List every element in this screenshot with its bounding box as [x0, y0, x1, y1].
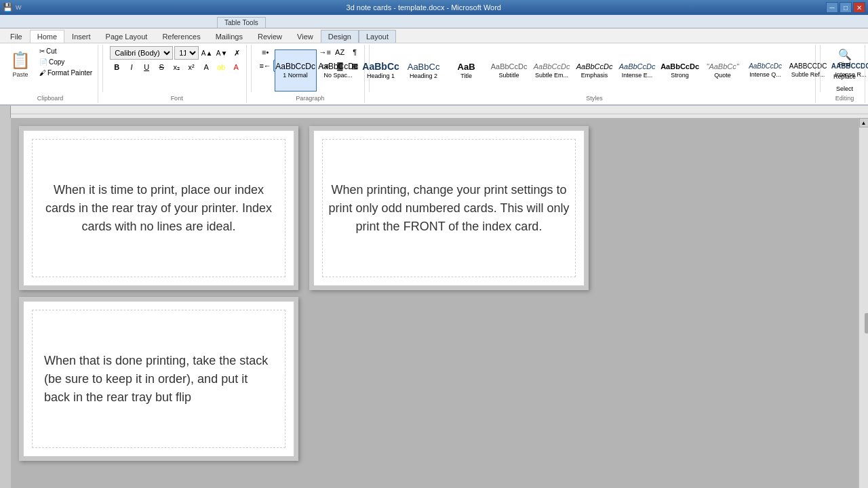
card-page-3: When that is done printing, take the sta… [19, 297, 298, 461]
title-bar: 💾 W 3d note cards - template.docx - Micr… [0, 0, 868, 15]
grow-font-button[interactable]: A▲ [200, 47, 214, 59]
find-button[interactable]: 🔍 Find [835, 46, 854, 70]
window-title: 3d note cards - template.docx - Microsof… [22, 3, 827, 12]
superscript-button[interactable]: x² [184, 61, 198, 73]
paste-button[interactable]: 📋 Paste [5, 46, 35, 83]
svg-rect-0 [11, 106, 868, 118]
ribbon: 📋 Paste ✂Cut 📄Copy 🖌Format Painter Clipb… [0, 43, 868, 106]
ruler-svg [11, 106, 868, 118]
align-left-button[interactable]: ≡← [258, 60, 272, 72]
tab-mailings[interactable]: Mailings [208, 30, 250, 43]
index-card-1[interactable]: When it is time to print, place our inde… [23, 130, 294, 286]
font-family-select[interactable]: Calibri (Body) [110, 46, 173, 60]
tab-view[interactable]: View [290, 30, 321, 43]
clear-formatting-button[interactable]: ✗ [230, 47, 243, 59]
style-heading1[interactable]: AaBbCc Heading 1 [360, 49, 402, 92]
tab-insert[interactable]: Insert [64, 30, 98, 43]
divider-4 [820, 45, 821, 92]
card-text-1: When it is time to print, place our inde… [37, 181, 280, 236]
card-text-3: When that is done printing, take the sta… [37, 352, 280, 407]
tab-file[interactable]: File [3, 30, 30, 43]
style-emphasis[interactable]: AaBbCcDc Emphasis [574, 49, 616, 92]
ribbon-tabs: File Home Insert Page Layout References … [0, 28, 868, 43]
style-title[interactable]: AaB Title [446, 49, 488, 92]
styles-group-label: Styles [376, 95, 812, 102]
font-format-row: B I U S x₂ x² A ab A [110, 61, 243, 73]
style-quote[interactable]: "AaBbCc" Quote [702, 49, 744, 92]
style-subtle-ref[interactable]: AaBbCcDc Subtle Ref... [787, 49, 829, 92]
style-intense-quote[interactable]: AaBbCcDc Intense Q... [745, 49, 787, 92]
ruler-corner [0, 106, 11, 118]
style-normal[interactable]: AaBbCcDc 1 Normal [275, 49, 317, 92]
close-button[interactable]: ✕ [853, 2, 865, 13]
clipboard-group: 📋 Paste ✂Cut 📄Copy 🖌Format Painter Clipb… [3, 45, 98, 103]
text-effects-button[interactable]: A [199, 61, 213, 73]
format-painter-button[interactable]: 🖌Format Painter [37, 68, 95, 78]
styles-group: AaBbCcDc 1 Normal AaBbCcDc No Spac... Aa… [374, 45, 816, 103]
clipboard-label: Clipboard [5, 95, 95, 102]
tab-home[interactable]: Home [30, 30, 64, 43]
index-card-2[interactable]: When printing, change your print setting… [313, 130, 585, 286]
clipboard-small-buttons: ✂Cut 📄Copy 🖌Format Painter [37, 46, 95, 78]
shrink-font-button[interactable]: A▼ [215, 47, 229, 59]
cut-button[interactable]: ✂Cut [37, 46, 95, 56]
font-group: Calibri (Body) 11 A▲ A▼ ✗ B I U S x₂ x² … [107, 45, 247, 103]
subscript-button[interactable]: x₂ [170, 61, 183, 73]
card-row-1: When it is time to print, place our inde… [19, 126, 850, 290]
style-heading2[interactable]: AaBbCc Heading 2 [403, 49, 445, 92]
editing-group: 🔍 Find Replace Select Editing [825, 45, 865, 103]
index-card-3[interactable]: When that is done printing, take the sta… [23, 301, 294, 457]
divider-2 [251, 45, 252, 92]
tab-references[interactable]: References [155, 30, 208, 43]
font-group-label: Font [110, 95, 243, 102]
tab-layout[interactable]: Layout [359, 30, 396, 43]
card-text-2: When printing, change your print setting… [328, 181, 570, 236]
style-subtle-em[interactable]: AaBbCcDc Subtle Em... [531, 49, 573, 92]
minimize-button[interactable]: ─ [826, 2, 838, 13]
style-strong[interactable]: AaBbCcDc Strong [659, 49, 701, 92]
editing-group-label: Editing [827, 95, 862, 102]
card-page-1: When it is time to print, place our inde… [19, 126, 298, 290]
document-area[interactable]: When it is time to print, place our inde… [11, 118, 859, 488]
bullets-button[interactable]: ≡• [258, 46, 272, 58]
highlight-button[interactable]: ab [214, 61, 228, 73]
window-controls[interactable]: ─ □ ✕ [826, 2, 865, 13]
main-layout: When it is time to print, place our inde… [0, 118, 868, 488]
left-sidebar [0, 118, 11, 488]
style-no-spacing[interactable]: AaBbCcDc No Spac... [317, 49, 359, 92]
font-family-row: Calibri (Body) 11 A▲ A▼ ✗ [110, 46, 243, 60]
paragraph-group-label: Paragraph [258, 95, 361, 102]
table-tools-label: Table Tools [217, 17, 266, 28]
copy-button[interactable]: 📄Copy [37, 57, 95, 67]
ruler [0, 106, 868, 118]
strikethrough-button[interactable]: S [155, 61, 168, 73]
card-page-2: When printing, change your print setting… [309, 126, 589, 290]
table-tools-bar: Table Tools [0, 15, 868, 28]
scroll-up-arrow[interactable]: ▲ [859, 118, 869, 127]
bold-button[interactable]: B [110, 61, 123, 73]
style-intense-em[interactable]: AaBbCcDc Intense E... [616, 49, 658, 92]
scroll-right[interactable]: ▲ ▼ [859, 118, 868, 488]
tab-review[interactable]: Review [250, 30, 290, 43]
style-subtitle[interactable]: AaBbCcDc Subtitle [488, 49, 530, 92]
tab-pagelayout[interactable]: Page Layout [98, 30, 155, 43]
underline-button[interactable]: U [140, 61, 153, 73]
card-row-2: When that is done printing, take the sta… [19, 297, 850, 461]
font-size-select[interactable]: 11 [174, 46, 199, 60]
replace-button[interactable]: Replace [835, 71, 854, 82]
tab-design[interactable]: Design [321, 30, 359, 43]
scroll-thumb[interactable] [865, 313, 869, 333]
divider-1 [102, 45, 103, 92]
select-button[interactable]: Select [835, 83, 854, 94]
font-color-button[interactable]: A [229, 61, 243, 73]
italic-button[interactable]: I [125, 61, 138, 73]
maximize-button[interactable]: □ [840, 2, 852, 13]
